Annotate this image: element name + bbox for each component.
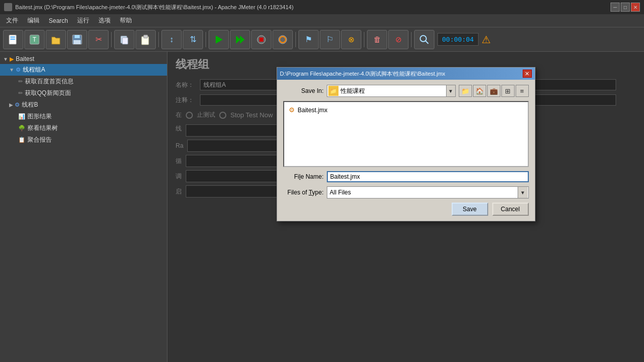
save-dialog: D:\Program Files\apache-jmeter-4.0\测试脚本\… bbox=[277, 67, 535, 221]
svg-text:⚐: ⚐ bbox=[326, 35, 333, 44]
graph-results-icon: 📊 bbox=[18, 113, 25, 120]
sidebar-item-qq[interactable]: ✏ 获取QQ新闻页面 bbox=[0, 87, 167, 99]
template-button[interactable]: T bbox=[24, 30, 45, 49]
revert-button[interactable]: ✂ bbox=[88, 30, 109, 49]
shutdown-button[interactable] bbox=[273, 30, 293, 49]
main-layout: ▼ ▶ Baitest ▼ ⚙ 线程组A ✏ 获取百度首页信息 ✏ 获取QQ新闻… bbox=[0, 52, 644, 362]
collapse-button[interactable]: ⇅ bbox=[183, 30, 203, 49]
menu-options[interactable]: 选项 bbox=[94, 15, 115, 26]
save-button[interactable]: Save bbox=[452, 203, 488, 216]
files-of-type-select[interactable]: All Files bbox=[327, 186, 529, 199]
svg-rect-10 bbox=[122, 38, 128, 44]
app-icon bbox=[4, 3, 12, 11]
file-icon: ⚙ bbox=[289, 106, 295, 114]
minimize-button[interactable]: ─ bbox=[611, 3, 620, 12]
separator-3 bbox=[206, 32, 206, 47]
menu-search[interactable]: Search bbox=[45, 16, 72, 26]
home-button[interactable]: 🏠 bbox=[473, 85, 486, 97]
file-name-input[interactable] bbox=[327, 171, 529, 182]
baitest-icon: ▶ bbox=[10, 56, 14, 62]
sidebar-item-baidu-label: 获取百度首页信息 bbox=[25, 77, 74, 86]
sidebar-item-view-results-tree[interactable]: 🌳 察看结果树 bbox=[0, 122, 167, 134]
save-button[interactable] bbox=[67, 30, 87, 49]
save-in-toolbar: 📁 🏠 💼 ⊞ ≡ bbox=[459, 85, 529, 97]
svg-rect-2 bbox=[10, 39, 15, 40]
sidebar: ▼ ▶ Baitest ▼ ⚙ 线程组A ✏ 获取百度首页信息 ✏ 获取QQ新闻… bbox=[0, 52, 167, 362]
detail-view-button[interactable]: ≡ bbox=[516, 85, 529, 97]
window-controls: ─ □ ✕ bbox=[611, 3, 640, 12]
svg-text:↕: ↕ bbox=[170, 35, 174, 44]
menu-help[interactable]: 帮助 bbox=[116, 15, 136, 26]
maximize-button[interactable]: □ bbox=[621, 3, 630, 12]
clear-all-button[interactable]: ⊘ bbox=[388, 30, 409, 49]
sidebar-item-graph-results[interactable]: 📊 图形结果 bbox=[0, 111, 167, 122]
cancel-button[interactable]: Cancel bbox=[492, 203, 529, 216]
separator-5 bbox=[364, 32, 364, 47]
new-folder-button[interactable]: 📁 bbox=[459, 85, 472, 97]
copy-button[interactable] bbox=[114, 30, 134, 49]
baidu-sampler-icon: ✏ bbox=[18, 78, 23, 85]
sidebar-item-thread-group-a[interactable]: ▼ ⚙ 线程组A bbox=[0, 64, 167, 76]
svg-marker-17 bbox=[240, 36, 245, 44]
new-button[interactable] bbox=[3, 30, 23, 49]
save-in-combo[interactable]: 📁 性能课程 ▼ bbox=[327, 85, 456, 97]
expand-button[interactable]: ↕ bbox=[161, 30, 182, 49]
separator-4 bbox=[295, 32, 296, 47]
file-item-name: Baitest.jmx bbox=[298, 107, 328, 114]
title-bar: Baitest.jmx (D:\Program Files\apache-jme… bbox=[0, 0, 644, 14]
separator-2 bbox=[158, 32, 159, 47]
paste-button[interactable] bbox=[135, 30, 156, 49]
clear-button[interactable]: 🗑 bbox=[367, 30, 387, 49]
svg-rect-12 bbox=[144, 35, 148, 38]
dialog-title-bar: D:\Program Files\apache-jmeter-4.0\测试脚本\… bbox=[277, 68, 535, 80]
sidebar-item-thread-group-b[interactable]: ▶ ⚙ 线程B bbox=[0, 99, 167, 111]
view-results-tree-icon: 🌳 bbox=[18, 125, 25, 131]
expand-arrow-thread-a: ▼ bbox=[9, 67, 14, 73]
file-name-row: File Name: bbox=[283, 171, 529, 182]
window-title: Baitest.jmx (D:\Program Files\apache-jme… bbox=[15, 4, 293, 11]
save-in-dropdown-button[interactable]: ▼ bbox=[446, 85, 455, 96]
sidebar-item-graph-results-label: 图形结果 bbox=[27, 112, 52, 121]
expand-arrow-baitest: ▼ bbox=[3, 56, 8, 62]
sidebar-item-thread-group-b-label: 线程B bbox=[22, 101, 38, 109]
svg-rect-6 bbox=[75, 35, 80, 38]
sidebar-item-view-results-tree-label: 察看结果树 bbox=[27, 124, 58, 133]
search-button[interactable] bbox=[414, 30, 434, 49]
run-button[interactable] bbox=[209, 30, 229, 49]
remote-start-all-button[interactable]: ⚐ bbox=[320, 30, 340, 49]
dialog-buttons: Save Cancel bbox=[283, 203, 529, 216]
menu-bar: 文件 编辑 Search 运行 选项 帮助 bbox=[0, 14, 644, 27]
svg-text:⊗: ⊗ bbox=[348, 35, 355, 44]
elapsed-time: 00:00:04 bbox=[437, 33, 479, 46]
menu-file[interactable]: 文件 bbox=[2, 15, 22, 26]
close-button[interactable]: ✕ bbox=[631, 3, 640, 12]
run-no-pause-button[interactable] bbox=[230, 30, 250, 49]
list-view-button[interactable]: ⊞ bbox=[501, 85, 515, 97]
svg-rect-7 bbox=[74, 40, 81, 44]
desktop-button[interactable]: 💼 bbox=[487, 85, 500, 97]
svg-text:✂: ✂ bbox=[95, 35, 102, 44]
folder-icon: 📁 bbox=[328, 86, 338, 96]
svg-text:⇅: ⇅ bbox=[190, 35, 196, 44]
menu-edit[interactable]: 编辑 bbox=[23, 15, 44, 26]
file-item[interactable]: ⚙ Baitest.jmx bbox=[287, 105, 525, 115]
sidebar-item-thread-group-a-label: 线程组A bbox=[23, 65, 45, 74]
expand-arrow-thread-b: ▶ bbox=[9, 102, 13, 108]
svg-text:⚑: ⚑ bbox=[305, 35, 312, 44]
sidebar-item-aggregate-report[interactable]: 📋 聚合报告 bbox=[0, 134, 167, 146]
sidebar-item-baitest[interactable]: ▼ ▶ Baitest bbox=[0, 54, 167, 64]
remote-stop-all-button[interactable]: ⊗ bbox=[341, 30, 361, 49]
open-button[interactable] bbox=[46, 30, 66, 49]
sidebar-item-baitest-label: Baitest bbox=[16, 55, 35, 62]
remote-start-button[interactable]: ⚑ bbox=[298, 30, 319, 49]
file-list-area: ⚙ Baitest.jmx bbox=[283, 101, 529, 167]
menu-run[interactable]: 运行 bbox=[73, 15, 93, 26]
sidebar-item-baidu[interactable]: ✏ 获取百度首页信息 bbox=[0, 76, 167, 87]
thread-group-a-icon: ⚙ bbox=[16, 67, 21, 73]
svg-marker-15 bbox=[216, 36, 223, 44]
svg-text:🗑: 🗑 bbox=[374, 35, 381, 44]
file-name-label: File Name: bbox=[283, 173, 324, 180]
separator-1 bbox=[111, 32, 112, 47]
dialog-close-button[interactable]: ✕ bbox=[523, 70, 532, 78]
stop-button[interactable] bbox=[251, 30, 272, 49]
